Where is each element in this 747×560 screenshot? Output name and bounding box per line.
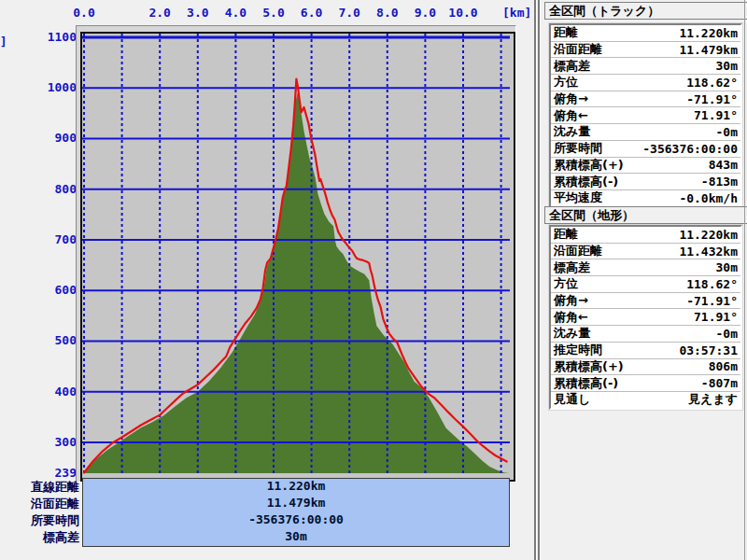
row-value: -0m: [716, 125, 738, 139]
row-label: 沈み量: [554, 124, 590, 140]
table-row: 距離11.220km: [551, 227, 740, 244]
row-value: 30m: [716, 59, 738, 73]
y-tick-label: 500: [0, 333, 77, 347]
y-tick-label: 800: [0, 182, 77, 196]
panel-header-terrain: 全区間（地形）: [544, 206, 747, 224]
row-label: 標高差: [554, 58, 590, 74]
row-value: 11.432km: [679, 245, 738, 259]
row-label: 俯角←: [554, 107, 588, 123]
row-label: 俯角←: [554, 309, 588, 325]
y-tick-label: 700: [0, 232, 77, 246]
row-label: 累積標高(-): [554, 174, 618, 189]
row-label: 沿面距離: [554, 42, 602, 58]
panel-table-terrain: 距離11.220km沿面距離11.432km標高差30m方位118.62°俯角→…: [549, 225, 742, 410]
x-tick-label: 2.0: [148, 6, 170, 20]
row-label: 推定時間: [554, 343, 602, 358]
y-min-label: 239: [0, 466, 77, 480]
row-label: 見通し: [554, 392, 590, 408]
table-row: 俯角←71.91°: [551, 107, 740, 124]
summary-straight-distance: 11.220km: [83, 479, 509, 496]
row-value: -71.91°: [686, 294, 738, 308]
row-label: 標高差: [554, 259, 590, 275]
table-row: 累積標高(-)-813m: [551, 174, 740, 190]
x-axis-unit-label: [km]: [502, 6, 531, 20]
row-value: -0m: [716, 327, 738, 341]
info-pane: 全区間（トラック） 距離11.220km沿面距離11.479km標高差30m方位…: [542, 0, 747, 560]
elevation-chart-svg: [82, 34, 510, 476]
elevation-chart-canvas[interactable]: [80, 32, 515, 482]
x-tick-label: 8.0: [376, 6, 398, 20]
panel-splitter[interactable]: [534, 0, 542, 560]
summary-required-time: -356376:00:00: [83, 512, 509, 529]
row-value: -807m: [701, 376, 738, 390]
y-tick-label: 1100: [0, 30, 77, 44]
row-value: 806m: [709, 359, 738, 373]
row-label: 沿面距離: [554, 244, 602, 259]
summary-surface-distance: 11.479km: [83, 496, 509, 512]
table-row: 推定時間03:57:31: [551, 343, 740, 359]
row-value: 30m: [716, 260, 738, 274]
panel-header-track: 全区間（トラック）: [544, 2, 747, 20]
row-label: 累積標高(+): [554, 359, 624, 375]
table-row: 平均速度-0.0km/h: [551, 190, 740, 206]
y-tick-label: 1000: [0, 80, 77, 94]
row-label: 距離: [554, 227, 578, 243]
table-row: 累積標高(+)806m: [551, 359, 740, 376]
row-value: -813m: [701, 175, 738, 189]
row-label: 俯角→: [554, 293, 588, 309]
row-label: 累積標高(+): [554, 158, 624, 174]
table-row: 沈み量-0m: [551, 326, 740, 343]
row-value: 見えます: [688, 392, 738, 408]
row-value: 11.220km: [679, 228, 738, 242]
summary-row-label: 直線距離: [0, 479, 79, 496]
x-tick-label: 6.0: [301, 6, 322, 20]
row-label: 所要時間: [554, 141, 602, 157]
row-value: 118.62°: [686, 277, 738, 291]
row-label: 累積標高(-): [554, 375, 618, 391]
summary-elevation-diff: 30m: [83, 529, 509, 546]
row-value: 71.91°: [694, 310, 738, 324]
row-value: 843m: [709, 158, 738, 172]
table-row: 距離11.220km: [551, 25, 740, 42]
row-value: 11.220km: [679, 26, 738, 40]
row-value: 118.62°: [686, 76, 738, 90]
x-tick-label: 7.0: [338, 6, 359, 20]
row-value: 03:57:31: [679, 343, 738, 357]
y-tick-label: 600: [0, 283, 77, 297]
y-tick-label: 400: [0, 385, 77, 399]
summary-row-label: 沿面距離: [0, 496, 79, 512]
table-row: 標高差30m: [551, 259, 740, 276]
y-tick-label: 900: [0, 131, 77, 145]
elevation-profile-window: { "chart": { "x_unit_label": "[km]", "y_…: [0, 0, 747, 560]
row-label: 平均速度: [554, 190, 602, 206]
x-tick-label: 4.0: [225, 6, 247, 20]
x-tick-label: 10.0: [448, 6, 477, 20]
x-tick-label: 9.0: [415, 6, 436, 20]
row-label: 沈み量: [554, 326, 590, 342]
x-tick-label: 0.0: [73, 6, 94, 20]
table-row: 沿面距離11.479km: [551, 42, 740, 59]
summary-row-label: 標高差: [0, 529, 79, 546]
x-tick-label: 5.0: [262, 6, 284, 20]
table-row: 累積標高(-)-807m: [551, 375, 740, 392]
terrain-area: [84, 93, 510, 473]
table-row: 方位118.62°: [551, 276, 740, 293]
x-tick-label: 3.0: [187, 6, 208, 20]
table-row: 沈み量-0m: [551, 124, 740, 141]
table-row: 俯角←71.91°: [551, 309, 740, 326]
table-row: 沿面距離11.432km: [551, 244, 740, 260]
table-row: 見通し見えます: [551, 392, 740, 408]
y-tick-label: 300: [0, 435, 77, 449]
row-value: 71.91°: [694, 108, 738, 122]
row-value: -356376:00:00: [642, 142, 738, 156]
table-row: 累積標高(+)843m: [551, 158, 740, 175]
summary-row-label: 所要時間: [0, 512, 79, 529]
row-label: 方位: [554, 75, 578, 91]
table-row: 所要時間-356376:00:00: [551, 141, 740, 158]
table-row: 方位118.62°: [551, 75, 740, 91]
row-value: 11.479km: [679, 43, 738, 57]
summary-box: 11.220km 11.479km -356376:00:00 30m: [82, 478, 510, 547]
row-label: 俯角→: [554, 91, 588, 107]
row-label: 方位: [554, 276, 578, 292]
table-row: 俯角→-71.91°: [551, 91, 740, 108]
